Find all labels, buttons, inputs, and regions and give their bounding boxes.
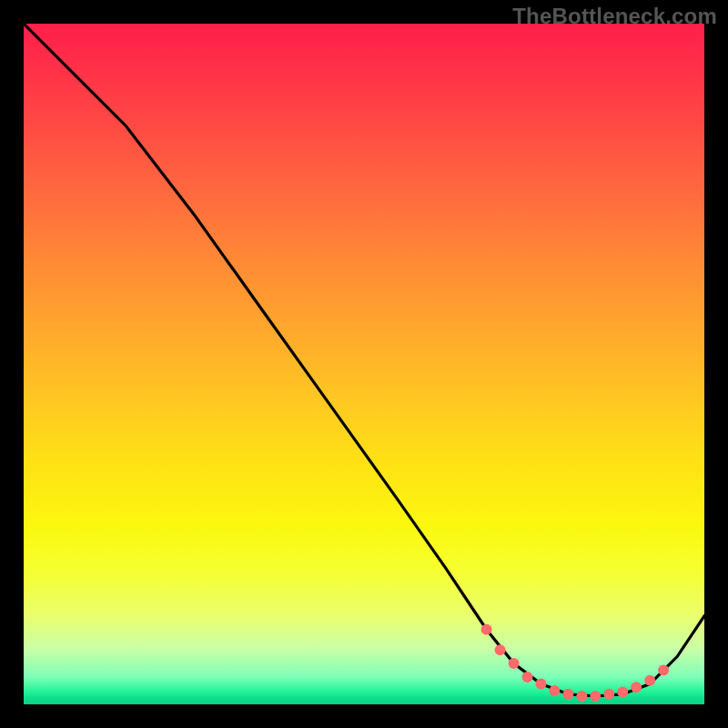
curve-path <box>24 24 704 696</box>
chart-svg <box>24 24 704 704</box>
chart-frame: TheBottleneck.com <box>0 0 728 728</box>
marker-dot <box>658 665 669 676</box>
marker-dot <box>631 682 642 693</box>
marker-dot <box>576 691 587 702</box>
marker-dot <box>549 685 560 696</box>
marker-dot <box>562 689 573 700</box>
marker-dot <box>509 658 520 669</box>
plot-area <box>24 24 704 704</box>
marker-dot <box>644 675 655 686</box>
marker-dot <box>481 624 492 635</box>
marker-dot <box>522 672 533 682</box>
marker-dot <box>495 644 506 655</box>
marker-group <box>481 624 670 702</box>
marker-dot <box>590 691 601 702</box>
marker-dot <box>617 687 628 698</box>
marker-dot <box>536 679 547 690</box>
marker-dot <box>603 689 614 700</box>
